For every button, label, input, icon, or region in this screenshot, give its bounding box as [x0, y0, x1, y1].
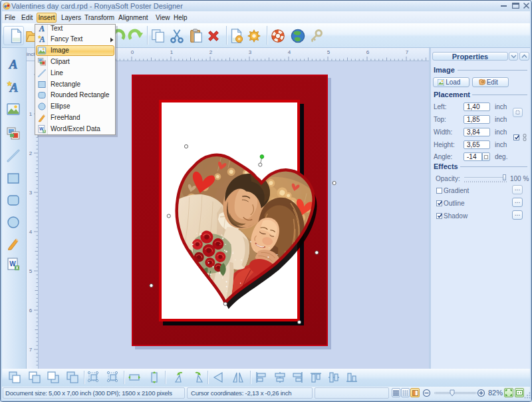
svg-text:X: X — [43, 130, 45, 133]
svg-text:A: A — [39, 24, 45, 33]
